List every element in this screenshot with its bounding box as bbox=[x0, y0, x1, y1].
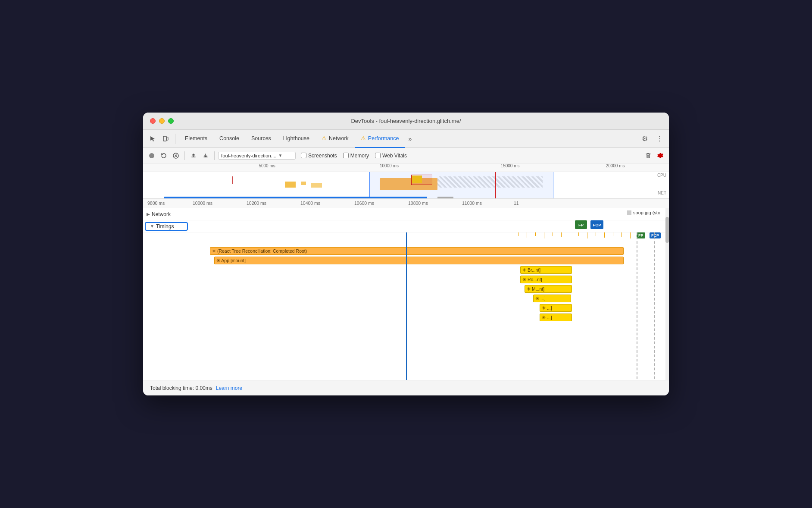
web-vitals-checkbox[interactable]: Web Vitals bbox=[375, 153, 407, 159]
trash-button[interactable] bbox=[643, 151, 653, 161]
cpu-label: CPU bbox=[657, 173, 666, 178]
url-dropdown[interactable]: foul-heavenly-direction.... ▼ bbox=[218, 152, 296, 160]
bar-dots-2[interactable]: ✳ ...] bbox=[540, 304, 572, 312]
bar-ro-nt[interactable]: ✳ Ro...nt] bbox=[520, 276, 572, 283]
close-button[interactable] bbox=[150, 118, 156, 124]
settings-active-button[interactable] bbox=[655, 151, 665, 161]
tick-g bbox=[570, 232, 570, 238]
performance-warn-icon: ⚠ bbox=[361, 135, 366, 141]
zoom-9800: 9800 ms bbox=[147, 201, 165, 206]
zoom-10400: 10400 ms bbox=[300, 201, 320, 206]
network-file-info: soop.jpg (sto bbox=[627, 210, 660, 215]
tab-console[interactable]: Console bbox=[213, 130, 245, 148]
tick-h bbox=[578, 232, 579, 236]
clear-button[interactable] bbox=[171, 151, 181, 161]
scrollbar-thumb[interactable] bbox=[665, 217, 669, 243]
bar-m-nt-label: ✳ M...nt] bbox=[527, 286, 544, 292]
bar-dots-3-label: ✳ ...] bbox=[542, 315, 552, 320]
tick-m bbox=[621, 232, 622, 237]
devtools-window: DevTools - foul-heavenly-direction.glitc… bbox=[143, 113, 669, 395]
window-title: DevTools - foul-heavenly-direction.glitc… bbox=[351, 118, 461, 124]
timings-track-label: Timings bbox=[156, 223, 174, 229]
fcp-flame-badge: FCP bbox=[650, 232, 661, 238]
bar-react-tree[interactable]: ✳ (React Tree Reconciliation: Completed … bbox=[210, 247, 624, 255]
flame-content: ▶ Network soop.jpg (sto ▼ Timings FP FCP bbox=[143, 208, 669, 380]
zoom-10800: 10800 ms bbox=[408, 201, 428, 206]
dashed-line-1 bbox=[637, 232, 637, 380]
tick-l bbox=[613, 232, 613, 236]
status-bar: Total blocking time: 0.00ms Learn more bbox=[143, 380, 669, 395]
maximize-button[interactable] bbox=[168, 118, 174, 124]
zoom-11: 11 bbox=[514, 201, 519, 206]
more-tabs-button[interactable]: » bbox=[405, 130, 415, 148]
main-toolbar: Elements Console Sources Lighthouse ⚠ Ne… bbox=[143, 130, 669, 148]
fcp-label: FCP bbox=[650, 232, 661, 238]
overview-panel[interactable]: 5000 ms 10000 ms 15000 ms 20000 ms CPU N… bbox=[143, 163, 669, 199]
zoom-10600: 10600 ms bbox=[354, 201, 374, 206]
tick-j bbox=[596, 232, 596, 236]
network-track-row[interactable]: ▶ Network soop.jpg (sto bbox=[143, 208, 669, 220]
total-blocking-time: Total blocking time: 0.00ms bbox=[150, 385, 212, 391]
tick-n bbox=[630, 232, 631, 238]
scrollbar[interactable] bbox=[665, 208, 669, 380]
tab-lighthouse[interactable]: Lighthouse bbox=[277, 130, 315, 148]
bar-dots-1-label: ✳ ...] bbox=[535, 296, 546, 301]
tab-sources[interactable]: Sources bbox=[245, 130, 277, 148]
bar-br-nt[interactable]: ✳ Br...nt] bbox=[520, 266, 572, 274]
timeline-container: 5000 ms 10000 ms 15000 ms 20000 ms CPU N… bbox=[143, 163, 669, 380]
tick-c bbox=[535, 232, 536, 236]
download-button[interactable] bbox=[200, 151, 211, 161]
dashed-line-2 bbox=[654, 232, 655, 380]
flame-chart-container: 9800 ms 10000 ms 10200 ms 10400 ms 10600… bbox=[143, 199, 669, 380]
inspect-icon[interactable] bbox=[147, 133, 159, 145]
tab-navigation: Elements Console Sources Lighthouse ⚠ Ne… bbox=[179, 130, 634, 148]
svg-rect-1 bbox=[167, 137, 168, 140]
sec-separator-2 bbox=[214, 151, 215, 160]
timings-expand-arrow: ▼ bbox=[150, 224, 154, 229]
svg-rect-0 bbox=[163, 136, 166, 141]
bar-m-nt[interactable]: ✳ M...nt] bbox=[525, 285, 572, 293]
selection-region bbox=[369, 172, 553, 199]
tab-performance[interactable]: ⚠ Performance bbox=[355, 130, 405, 148]
bar-dots-1[interactable]: ✳ ...] bbox=[533, 295, 571, 302]
tab-elements[interactable]: Elements bbox=[179, 130, 213, 148]
tab-network[interactable]: ⚠ Network bbox=[315, 130, 355, 148]
device-toggle-icon[interactable] bbox=[159, 133, 172, 145]
net-label: NET bbox=[658, 191, 666, 195]
bar-dots-3[interactable]: ✳ ...] bbox=[540, 314, 572, 321]
memory-checkbox[interactable]: Memory bbox=[343, 153, 369, 159]
network-warn-icon: ⚠ bbox=[322, 135, 327, 141]
minimize-button[interactable] bbox=[159, 118, 165, 124]
bar-app-mount[interactable]: ✳ App [mount] bbox=[214, 257, 624, 264]
timings-track-row[interactable]: ▼ Timings FP FCP bbox=[143, 220, 669, 232]
learn-more-link[interactable]: Learn more bbox=[216, 385, 242, 391]
record-button[interactable] bbox=[147, 151, 157, 161]
zoom-10200: 10200 ms bbox=[247, 201, 266, 206]
network-expand-arrow: ▶ bbox=[147, 212, 150, 216]
fp-label: FP bbox=[637, 232, 645, 238]
screenshots-checkbox[interactable]: Screenshots bbox=[301, 153, 337, 159]
zoom-ruler: 9800 ms 10000 ms 10200 ms 10400 ms 10600… bbox=[143, 199, 669, 208]
settings-button[interactable]: ⚙ bbox=[639, 133, 651, 145]
fp-flame-badge: FP bbox=[637, 232, 645, 238]
activity-bar-3 bbox=[311, 183, 322, 188]
upload-button[interactable] bbox=[188, 151, 199, 161]
zoom-11000: 11000 ms bbox=[462, 201, 482, 206]
title-bar: DevTools - foul-heavenly-direction.glitc… bbox=[143, 113, 669, 130]
bar-app-mount-label: ✳ App [mount] bbox=[216, 258, 246, 263]
vertical-line bbox=[406, 232, 407, 380]
toolbar-separator bbox=[175, 134, 175, 144]
more-options-button[interactable]: ⋮ bbox=[653, 133, 665, 145]
tick-b bbox=[527, 232, 527, 238]
bar-ro-nt-label: ✳ Ro...nt] bbox=[522, 277, 542, 282]
tick-e bbox=[553, 232, 553, 236]
overview-time-ruler: 5000 ms 10000 ms 15000 ms 20000 ms bbox=[143, 163, 669, 172]
tick-1 bbox=[232, 176, 233, 184]
bar-react-tree-label: ✳ (React Tree Reconciliation: Completed … bbox=[212, 248, 307, 254]
svg-point-2 bbox=[149, 153, 154, 158]
overview-content: CPU NET bbox=[143, 172, 669, 199]
reload-button[interactable] bbox=[159, 151, 169, 161]
fp-badge: FP bbox=[575, 220, 587, 229]
bar-dots-2-label: ✳ ...] bbox=[542, 305, 552, 310]
time-marker-10000: 10000 ms bbox=[380, 163, 399, 168]
